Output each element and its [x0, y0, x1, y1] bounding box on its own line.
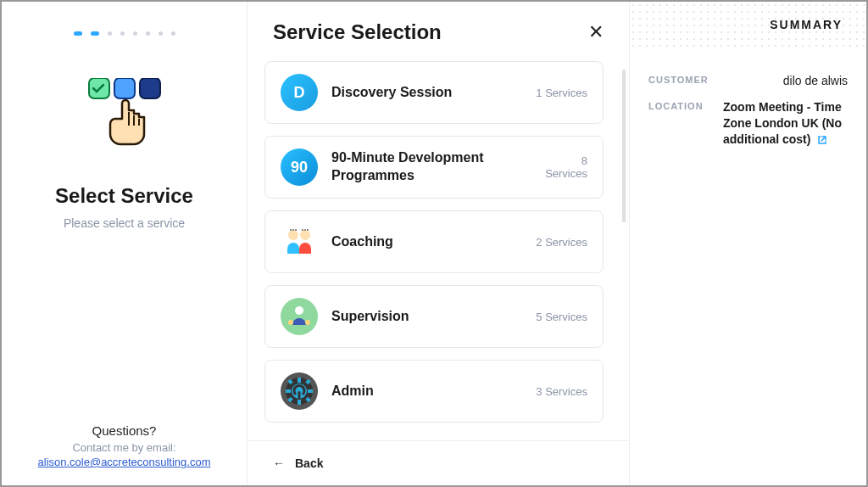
back-button[interactable]: ← Back: [248, 440, 629, 485]
page-title: Service Selection: [273, 20, 442, 44]
left-subtitle: Please select a service: [64, 216, 185, 230]
svg-point-8: [290, 229, 292, 231]
left-title: Select Service: [55, 184, 193, 208]
progress-dot: [91, 31, 99, 36]
booking-app: Select Service Please select a service Q…: [0, 0, 868, 487]
svg-point-9: [292, 229, 294, 231]
svg-rect-21: [286, 389, 291, 393]
service-icon-coaching-icon: [281, 223, 318, 260]
service-name: Admin: [331, 383, 526, 400]
middle-panel: Service Selection ✕ D Discovery Session …: [248, 2, 629, 485]
summary-row-location: LOCATION Zoom Meeting - Time Zone London…: [648, 99, 848, 148]
service-name: Supervision: [331, 308, 526, 326]
svg-point-14: [295, 306, 303, 315]
arrow-left-icon: ←: [273, 456, 285, 470]
svg-rect-20: [298, 400, 301, 405]
contact-line: Contact me by email:: [38, 441, 211, 454]
service-name: 90-Minute Development Programmes: [331, 149, 535, 185]
svg-point-6: [288, 230, 298, 240]
progress-dot: [171, 31, 175, 36]
summary-row-customer: CUSTOMER dilo de alwis: [648, 73, 848, 89]
service-count: 5 Services: [536, 311, 587, 323]
progress-dot: [120, 31, 125, 36]
close-icon[interactable]: ✕: [588, 21, 604, 43]
summary-heading: SUMMARY: [770, 18, 843, 31]
contact-email-link[interactable]: alison.cole@accreteconsulting.com: [38, 456, 211, 468]
svg-point-15: [288, 320, 293, 325]
service-icon-letter-d-icon: D: [281, 74, 318, 111]
progress-dot: [108, 31, 112, 36]
summary-customer-value: dilo de alwis: [783, 73, 848, 89]
svg-point-13: [307, 229, 309, 231]
service-item-admin[interactable]: Admin 3 Services: [264, 360, 604, 423]
progress-dot: [146, 31, 150, 36]
service-count: 8 Services: [545, 154, 587, 180]
summary-panel: SUMMARY CUSTOMER dilo de alwis LOCATION …: [629, 2, 866, 485]
questions-heading: Questions?: [38, 423, 211, 438]
service-icon-number-90-icon: 90: [281, 148, 318, 186]
middle-header: Service Selection ✕: [248, 2, 629, 53]
left-footer: Questions? Contact me by email: alison.c…: [38, 423, 211, 468]
external-link-icon[interactable]: [817, 133, 827, 146]
svg-point-16: [305, 320, 310, 325]
left-panel: Select Service Please select a service Q…: [2, 2, 248, 485]
summary-header: SUMMARY: [630, 2, 866, 48]
service-name: Discovery Session: [331, 84, 526, 102]
service-name: Coaching: [331, 233, 526, 251]
service-count: 1 Services: [536, 87, 587, 99]
svg-rect-27: [298, 391, 301, 400]
service-item-coaching[interactable]: Coaching 2 Services: [264, 210, 604, 273]
scrollbar[interactable]: [622, 70, 626, 324]
service-icon-admin-gear-icon: [281, 372, 318, 410]
svg-rect-1: [114, 78, 135, 98]
svg-rect-2: [140, 78, 160, 98]
summary-customer-label: CUSTOMER: [648, 75, 715, 89]
service-item-90min[interactable]: 90 90-Minute Development Programmes 8 Se…: [264, 136, 604, 199]
summary-location-label: LOCATION: [648, 101, 715, 148]
service-list: D Discovery Session 1 Services 90 90-Min…: [248, 53, 629, 440]
progress-dot: [74, 31, 82, 36]
svg-rect-19: [298, 378, 301, 383]
svg-point-12: [304, 229, 306, 231]
summary-body: CUSTOMER dilo de alwis LOCATION Zoom Mee…: [630, 48, 866, 183]
service-count: 2 Services: [536, 236, 587, 249]
svg-rect-22: [308, 389, 313, 393]
summary-location-value: Zoom Meeting - Time Zone London UK (No a…: [723, 99, 848, 148]
progress-dots: [74, 31, 175, 36]
progress-dot: [133, 31, 137, 36]
progress-dot: [159, 31, 163, 36]
select-service-illustration-icon: [74, 78, 175, 159]
svg-point-10: [295, 229, 297, 231]
service-icon-supervision-icon: [281, 298, 318, 335]
service-count: 3 Services: [536, 385, 587, 398]
svg-point-7: [300, 230, 310, 240]
back-label: Back: [295, 456, 323, 470]
svg-point-11: [302, 229, 303, 231]
service-item-supervision[interactable]: Supervision 5 Services: [264, 285, 604, 348]
service-item-discovery[interactable]: D Discovery Session 1 Services: [264, 61, 604, 124]
